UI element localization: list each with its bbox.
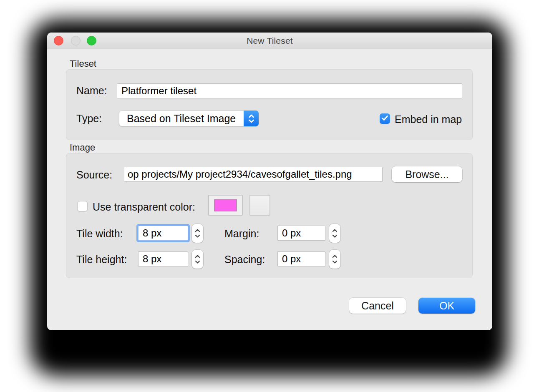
embed-in-map-label: Embed in map	[395, 113, 462, 126]
tile-height-input[interactable]	[138, 251, 188, 266]
name-label: Name:	[76, 85, 107, 97]
tile-width-stepper[interactable]	[192, 224, 203, 243]
tile-width-label: Tile width:	[76, 228, 123, 240]
embed-in-map-checkbox[interactable]	[380, 113, 390, 124]
name-input[interactable]	[117, 83, 462, 98]
spacing-stepper[interactable]	[329, 250, 340, 269]
chevron-up-icon	[332, 229, 338, 232]
tileset-groupbox	[66, 69, 473, 140]
chevron-down-icon	[195, 234, 200, 238]
titlebar[interactable]: New Tileset	[47, 33, 492, 49]
margin-label: Margin:	[224, 228, 259, 240]
type-label: Type:	[76, 113, 102, 125]
type-select[interactable]: Based on Tileset Image	[119, 111, 259, 126]
new-tileset-dialog: New Tileset Tileset Name: Type: Based on…	[47, 33, 492, 330]
chevron-up-icon	[195, 229, 200, 232]
spacing-input[interactable]	[277, 251, 325, 266]
use-transparent-color-label: Use transparent color:	[93, 201, 195, 213]
image-group-label: Image	[70, 142, 95, 153]
spacing-label: Spacing:	[224, 254, 265, 266]
chevron-up-icon	[332, 255, 338, 258]
transparent-color-swatch-button[interactable]	[208, 195, 243, 216]
margin-input[interactable]	[277, 226, 325, 241]
chevron-up-icon	[195, 255, 200, 258]
color-picker-button[interactable]	[249, 195, 270, 216]
source-label: Source:	[76, 169, 112, 181]
chevron-down-icon	[332, 260, 338, 264]
ok-button[interactable]: OK	[418, 298, 475, 314]
cancel-button[interactable]: Cancel	[349, 298, 406, 314]
margin-stepper[interactable]	[329, 224, 340, 243]
window-title: New Tileset	[47, 33, 492, 49]
tile-height-label: Tile height:	[76, 254, 127, 266]
chevron-down-icon	[195, 260, 200, 264]
chevron-down-icon	[332, 234, 338, 238]
type-selected-value: Based on Tileset Image	[127, 111, 236, 126]
color-swatch	[214, 199, 237, 211]
chevron-up-down-icon	[244, 111, 259, 126]
checkmark-icon	[381, 115, 388, 121]
source-input[interactable]	[124, 167, 383, 182]
tile-height-stepper[interactable]	[192, 250, 203, 269]
use-transparent-color-checkbox[interactable]	[77, 201, 88, 211]
tileset-group-label: Tileset	[70, 58, 96, 69]
browse-button[interactable]: Browse...	[392, 166, 462, 182]
tile-width-input[interactable]	[138, 226, 188, 241]
